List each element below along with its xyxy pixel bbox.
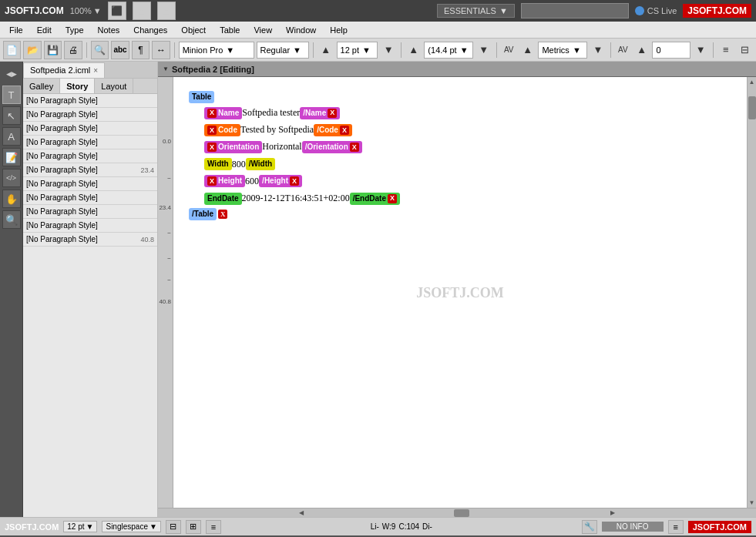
- menu-help[interactable]: Help: [324, 24, 354, 36]
- scroll-up-arrow[interactable]: ▲: [748, 77, 756, 87]
- tag-code-open[interactable]: X Code: [204, 124, 240, 136]
- arrow-btn[interactable]: ↔: [152, 41, 170, 59]
- font-size-up-btn[interactable]: ▲: [318, 42, 334, 59]
- search-input[interactable]: [521, 3, 629, 18]
- editor-content[interactable]: Table X Name Softpedia tester /Name X: [173, 77, 747, 508]
- para-style-7[interactable]: [No Paragraph Style]: [23, 191, 157, 205]
- menu-changes[interactable]: Changes: [127, 24, 173, 36]
- select-tool[interactable]: T: [2, 86, 21, 104]
- tag-orientation-close[interactable]: /Orientation X: [302, 141, 362, 153]
- zoom-tool[interactable]: 🔍: [2, 210, 21, 229]
- metrics-dropdown[interactable]: Metrics ▼: [538, 42, 587, 59]
- tag-width-close[interactable]: /Width: [246, 158, 275, 170]
- kern-up-btn[interactable]: ▲: [519, 42, 536, 59]
- tab-galley[interactable]: Galley: [23, 79, 60, 93]
- font-size-dropdown[interactable]: 12 pt ▼: [337, 42, 378, 59]
- layout-btn-1[interactable]: ⬛: [108, 2, 126, 20]
- scroll-down-arrow[interactable]: ▼: [748, 498, 756, 508]
- para-style-3[interactable]: [No Paragraph Style]: [23, 136, 157, 149]
- menu-table[interactable]: Table: [213, 24, 246, 36]
- orientation-open-x[interactable]: X: [207, 143, 217, 152]
- height-open-x[interactable]: X: [207, 176, 217, 186]
- para-style-4[interactable]: [No Paragraph Style]: [23, 149, 157, 163]
- menu-window[interactable]: Window: [280, 24, 322, 36]
- tag-name-close[interactable]: /Name X: [300, 107, 340, 119]
- tag-height-open[interactable]: X Height: [204, 175, 245, 187]
- name-close-x[interactable]: X: [328, 109, 337, 118]
- orientation-close-x[interactable]: X: [350, 143, 359, 152]
- tag-tool[interactable]: </>: [2, 169, 21, 187]
- editor-collapse-arrow[interactable]: ▼: [163, 65, 169, 72]
- font-style-dropdown[interactable]: Regular ▼: [257, 42, 310, 59]
- zoom-control[interactable]: 100% ▼: [70, 6, 102, 15]
- panel-btn[interactable]: ⊟: [736, 42, 752, 59]
- text-tool[interactable]: A: [2, 127, 21, 146]
- para-style-5[interactable]: [No Paragraph Style] 23.4: [23, 163, 157, 177]
- status-spacing[interactable]: Singlespace ▼: [102, 521, 160, 532]
- essentials-button[interactable]: ESSENTIALS ▼: [437, 4, 515, 18]
- tag-name-open[interactable]: X Name: [204, 107, 242, 119]
- kern-down-btn[interactable]: ▼: [590, 42, 606, 59]
- status-icon-1[interactable]: ⊟: [166, 520, 181, 534]
- tab-story[interactable]: Story: [60, 79, 95, 93]
- layout-btn-3[interactable]: ⊟: [157, 2, 176, 20]
- tag-enddate-open[interactable]: EndDate: [204, 193, 242, 205]
- status-icon-3[interactable]: ≡: [206, 520, 221, 534]
- menu-object[interactable]: Object: [175, 24, 212, 36]
- para-style-10[interactable]: [No Paragraph Style] 40.8: [23, 233, 157, 247]
- para-style-9[interactable]: [No Paragraph Style]: [23, 219, 157, 233]
- enddate-close-x[interactable]: X: [388, 194, 397, 203]
- menu-notes[interactable]: Notes: [92, 24, 126, 36]
- tag-code-close[interactable]: /Code X: [314, 124, 352, 136]
- para-style-8[interactable]: [No Paragraph Style]: [23, 205, 157, 219]
- code-close-x[interactable]: X: [340, 126, 349, 135]
- para-style-6[interactable]: [No Paragraph Style]: [23, 177, 157, 191]
- scrollbar-bottom[interactable]: ◀ ▶: [158, 508, 756, 517]
- pointer-tool[interactable]: ↖: [2, 106, 21, 125]
- para-style-1[interactable]: [No Paragraph Style]: [23, 108, 157, 122]
- open-btn[interactable]: 📂: [23, 41, 41, 59]
- tab-layout[interactable]: Layout: [95, 79, 133, 93]
- status-font-size[interactable]: 12 pt ▼: [63, 521, 97, 532]
- leading-down-btn[interactable]: ▼: [475, 42, 492, 59]
- more-options-btn[interactable]: ≡: [717, 42, 734, 59]
- pilcrow-btn[interactable]: ¶: [132, 41, 150, 59]
- new-doc-btn[interactable]: 📄: [3, 41, 21, 59]
- scroll-left-arrow[interactable]: ◀: [158, 509, 445, 516]
- search-btn[interactable]: 🔍: [91, 41, 109, 59]
- print-btn[interactable]: 🖨: [64, 41, 82, 59]
- leading-up-btn[interactable]: ▲: [405, 42, 422, 59]
- spellcheck-btn[interactable]: abc: [111, 41, 129, 59]
- expand-arrow-tool[interactable]: ◀▶: [2, 65, 21, 83]
- tracking-down-btn[interactable]: ▼: [693, 42, 709, 59]
- leading-dropdown[interactable]: (14.4 pt ▼: [424, 42, 473, 59]
- tracking-field[interactable]: 0: [652, 42, 690, 59]
- para-style-2[interactable]: [No Paragraph Style]: [23, 122, 157, 136]
- menu-type[interactable]: Type: [59, 24, 90, 36]
- doc-tab-softpedia[interactable]: Softpedia 2.icml ×: [23, 62, 105, 78]
- scroll-thumb[interactable]: [748, 96, 756, 119]
- status-right-icon-2[interactable]: ≡: [668, 520, 684, 534]
- menu-edit[interactable]: Edit: [31, 24, 58, 36]
- code-open-x[interactable]: X: [207, 126, 217, 135]
- menu-view[interactable]: View: [247, 24, 278, 36]
- status-icon-2[interactable]: ⊞: [186, 520, 201, 534]
- menu-file[interactable]: File: [3, 24, 29, 36]
- hand-tool[interactable]: ✋: [2, 190, 21, 208]
- scrollbar-right[interactable]: ▲ ▼: [747, 77, 756, 508]
- doc-tab-close[interactable]: ×: [93, 66, 98, 75]
- layout-btn-2[interactable]: ⊞: [133, 2, 151, 20]
- height-close-x[interactable]: X: [290, 176, 299, 186]
- name-open-x[interactable]: X: [207, 109, 217, 118]
- font-size-down-btn[interactable]: ▼: [380, 42, 396, 59]
- note-tool[interactable]: 📝: [2, 148, 21, 166]
- status-right-icon-1[interactable]: 🔧: [582, 520, 597, 534]
- font-name-dropdown[interactable]: Minion Pro ▼: [179, 42, 254, 59]
- scroll-h-thumb[interactable]: [454, 509, 469, 517]
- tag-table-close[interactable]: /Table: [189, 208, 217, 220]
- tag-height-close[interactable]: /Height X: [259, 175, 302, 187]
- para-style-0[interactable]: [No Paragraph Style]: [23, 94, 157, 108]
- save-btn[interactable]: 💾: [44, 41, 62, 59]
- scroll-right-arrow[interactable]: ▶: [469, 509, 756, 516]
- tag-table-open[interactable]: Table: [189, 91, 214, 103]
